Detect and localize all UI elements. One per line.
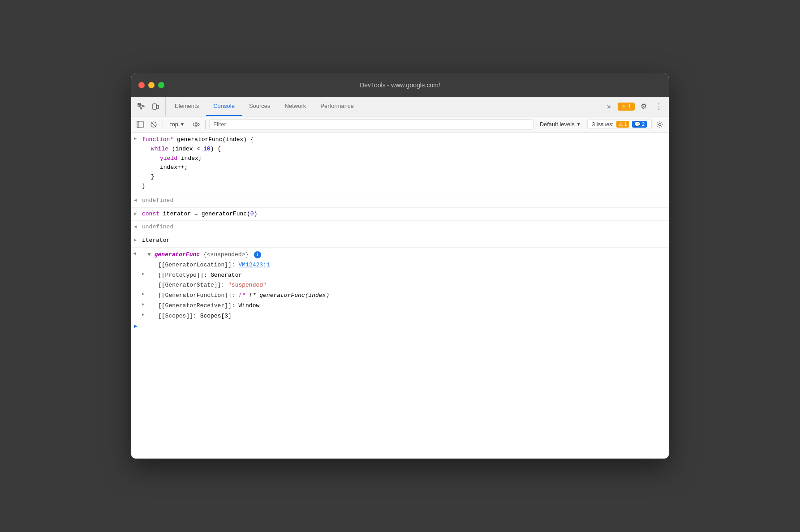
info-icon[interactable]: i xyxy=(254,251,261,258)
svg-rect-2 xyxy=(157,105,159,108)
window-title: DevTools - www.google.com/ xyxy=(360,82,440,89)
svg-point-8 xyxy=(195,123,197,125)
toolbar-divider-2 xyxy=(205,120,206,129)
console-entry-iterator: ▶ iterator xyxy=(131,234,669,248)
collapse-arrow[interactable]: ◀ xyxy=(133,250,136,257)
warning-badge[interactable]: ⚠ 1 xyxy=(618,103,635,111)
console-input-line[interactable]: ▶ xyxy=(131,324,669,330)
tab-performance[interactable]: Performance xyxy=(313,97,361,116)
eye-button[interactable] xyxy=(191,119,202,130)
console-settings-button[interactable] xyxy=(654,119,665,130)
warn-icon: ⚠ xyxy=(619,121,623,127)
devtools-icons xyxy=(135,97,166,116)
generator-location-link[interactable]: VM12423:1 xyxy=(238,262,270,268)
device-toolbar-icon[interactable] xyxy=(149,100,162,113)
generator-function-row[interactable]: [[GeneratorFunction]]: f* f* generatorFu… xyxy=(142,291,665,300)
console-entry-undefined-1: ◀ undefined xyxy=(131,194,669,208)
prototype-row[interactable]: [[Prototype]]: Generator xyxy=(142,271,665,280)
tab-console[interactable]: Console xyxy=(206,97,242,116)
expand-arrow[interactable]: ▶ xyxy=(134,135,137,142)
issues-badge[interactable]: 3 Issues: ⚠ 1 💬 2 xyxy=(587,120,652,129)
console-entry-function: ▶ function* generatorFunc(index) { while… xyxy=(131,133,669,194)
generator-scopes-row[interactable]: [[Scopes]]: Scopes[3] xyxy=(142,312,665,321)
default-levels-button[interactable]: Default levels ▼ xyxy=(536,120,585,129)
expand-arrow-3[interactable]: ▶ xyxy=(134,237,137,244)
minimize-button[interactable] xyxy=(148,82,155,88)
chevron-down-icon: ▼ xyxy=(180,122,185,127)
console-entry-undefined-2: ◀ undefined xyxy=(131,221,669,234)
tab-network[interactable]: Network xyxy=(278,97,314,116)
close-button[interactable] xyxy=(138,82,145,88)
toolbar-divider xyxy=(163,120,163,129)
console-toolbar: top ▼ Default levels ▼ 3 Issues: ⚠ 1 💬 2 xyxy=(131,116,669,133)
settings-button[interactable]: ⚙ xyxy=(637,100,650,113)
filter-input[interactable] xyxy=(209,119,533,130)
console-sidebar-button[interactable] xyxy=(135,119,146,130)
result-arrow: ◀ xyxy=(134,197,137,204)
generator-receiver-row[interactable]: [[GeneratorReceiver]]: Window xyxy=(142,301,665,311)
tabs: Elements Console Sources Network Perform… xyxy=(168,97,602,116)
chevron-down-icon-2: ▼ xyxy=(576,122,581,127)
tab-bar-right: » ⚠ 1 ⚙ ⋮ xyxy=(602,97,665,116)
chat-icon: 💬 xyxy=(634,121,641,127)
traffic-lights xyxy=(138,82,164,88)
tab-sources[interactable]: Sources xyxy=(242,97,278,116)
svg-point-9 xyxy=(659,123,661,125)
tab-bar: Elements Console Sources Network Perform… xyxy=(131,97,669,116)
info-count-badge: 💬 2 xyxy=(632,121,647,128)
clear-console-button[interactable] xyxy=(148,119,159,130)
expand-arrow-2[interactable]: ▶ xyxy=(134,210,137,218)
input-prompt: ▶ xyxy=(134,322,138,331)
svg-rect-3 xyxy=(137,121,143,128)
devtools-window: DevTools - www.google.com/ Elements xyxy=(131,73,669,459)
result-arrow-2: ◀ xyxy=(134,223,137,231)
svg-rect-1 xyxy=(153,104,156,109)
context-selector[interactable]: top ▼ xyxy=(167,120,188,129)
console-content[interactable]: ▶ function* generatorFunc(index) { while… xyxy=(131,133,669,459)
title-bar: DevTools - www.google.com/ xyxy=(131,73,669,97)
console-entry-iterator-assign: ▶ const iterator = generatorFunc(0) xyxy=(131,208,669,221)
more-options-button[interactable]: ⋮ xyxy=(653,100,665,113)
svg-line-6 xyxy=(151,122,156,127)
warn-count-badge: ⚠ 1 xyxy=(616,121,629,128)
tab-elements[interactable]: Elements xyxy=(168,97,206,116)
inspect-element-icon[interactable] xyxy=(135,100,147,113)
more-tabs-button[interactable]: » xyxy=(602,100,615,113)
warning-icon: ⚠ xyxy=(621,103,626,110)
console-entry-generator-expanded: ◀ ▼ generatorFunc {<suspended>} i [[Gene… xyxy=(131,248,669,324)
maximize-button[interactable] xyxy=(158,82,164,88)
